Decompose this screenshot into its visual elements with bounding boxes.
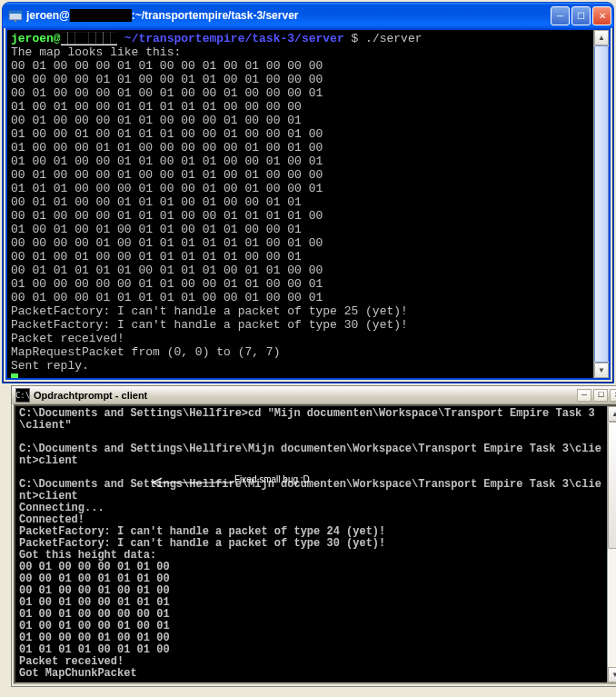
putty-client-area: jeroen@████████ ~/transportempire/task-3… bbox=[5, 28, 611, 380]
scroll-thumb[interactable] bbox=[608, 422, 616, 549]
putty-window-title: jeroen@████████:~/transportempire/task-3… bbox=[26, 9, 549, 22]
close-button[interactable]: ✕ bbox=[610, 389, 616, 402]
minimize-button[interactable]: ─ bbox=[577, 389, 591, 402]
svg-rect-2 bbox=[15, 20, 16, 22]
cmd-icon: C:\ bbox=[15, 388, 30, 403]
cmd-terminal[interactable]: C:\Documents and Settings\Hellfire>cd "M… bbox=[15, 406, 607, 682]
cmd-scrollbar[interactable]: ▲ ▼ bbox=[607, 406, 616, 682]
cmd-heightmap: 00 01 00 00 00 01 01 00 00 00 01 00 01 0… bbox=[19, 561, 170, 656]
scroll-track[interactable] bbox=[594, 45, 609, 363]
cursor-icon bbox=[11, 373, 18, 378]
cmd-window-title: Opdrachtprompt - client bbox=[34, 390, 575, 401]
close-button[interactable]: ✕ bbox=[592, 6, 611, 25]
scroll-up-button[interactable]: ▲ bbox=[608, 406, 616, 422]
svg-rect-1 bbox=[9, 11, 22, 14]
scroll-track[interactable] bbox=[608, 422, 616, 667]
putty-titlebar[interactable]: jeroen@████████:~/transportempire/task-3… bbox=[3, 3, 613, 28]
scroll-thumb[interactable] bbox=[594, 45, 609, 363]
cmd-titlebar[interactable]: C:\ Opdrachtprompt - client ─ ☐ ✕ bbox=[12, 386, 616, 404]
putty-scrollbar[interactable]: ▲ ▼ bbox=[593, 30, 609, 378]
putty-icon bbox=[8, 8, 23, 23]
putty-map: 00 01 00 00 00 01 01 00 00 01 00 01 00 0… bbox=[11, 59, 323, 304]
scroll-up-button[interactable]: ▲ bbox=[594, 30, 609, 45]
cmd-window: C:\ Opdrachtprompt - client ─ ☐ ✕ C:\Doc… bbox=[11, 385, 616, 687]
cmd-client-area: C:\Documents and Settings\Hellfire>cd "M… bbox=[14, 404, 616, 684]
minimize-button[interactable]: ─ bbox=[551, 6, 570, 25]
putty-terminal[interactable]: jeroen@████████ ~/transportempire/task-3… bbox=[7, 30, 593, 378]
scroll-down-button[interactable]: ▼ bbox=[594, 363, 609, 378]
scroll-down-button[interactable]: ▼ bbox=[608, 667, 616, 682]
maximize-button[interactable]: ☐ bbox=[571, 6, 591, 25]
maximize-button[interactable]: ☐ bbox=[593, 389, 608, 402]
putty-window: jeroen@████████:~/transportempire/task-3… bbox=[2, 2, 614, 383]
